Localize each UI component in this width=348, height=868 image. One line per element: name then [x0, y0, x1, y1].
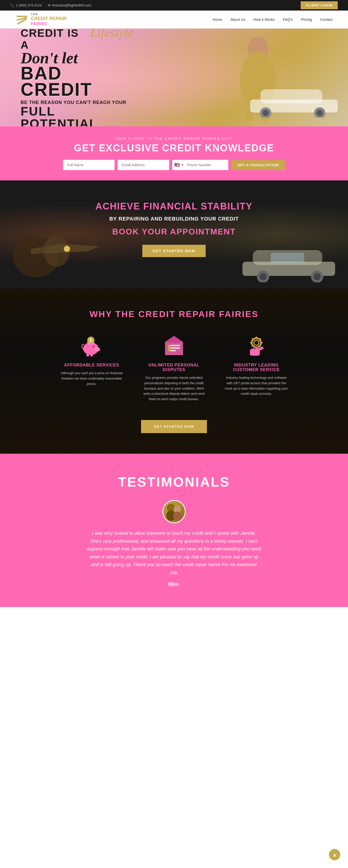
svg-rect-8	[260, 89, 322, 103]
svg-point-26	[95, 348, 100, 351]
hero-bad-credit: BAD CREDIT	[21, 65, 134, 98]
consultation-title: GET EXCLUSIVE CREDIT KNOWLEDGE	[5, 143, 343, 154]
stability-cta-button[interactable]: GET STARTED NOW	[143, 245, 205, 257]
consultation-subtitle: JOIN FLIGHT TO THE CREDIT REPAIR FAIRIES…	[5, 137, 343, 141]
phone-flag: 🇺🇸	[174, 162, 180, 168]
phone-input[interactable]	[185, 160, 226, 170]
consultation-button[interactable]: GET A CONSULTATION	[231, 160, 285, 170]
svg-rect-51	[260, 342, 262, 344]
stability-subtitle: BY REPAIRING AND REBUILDING YOUR CREDIT	[10, 216, 338, 222]
disputes-icon-wrapper	[162, 335, 186, 358]
svg-rect-0	[17, 16, 27, 17]
why-section: WHY THE CREDIT REPAIR FAIRIES	[0, 288, 348, 454]
nav-pricing[interactable]: Pricing	[301, 18, 312, 22]
svg-rect-34	[90, 353, 93, 356]
phone-number: 1 (800) 374-2124	[16, 3, 42, 7]
email-contact: ✉ firstclass@flightto800.com	[48, 3, 91, 7]
consultation-form: 🇺🇸 ▼ GET A CONSULTATION	[5, 160, 343, 170]
consultation-section: JOIN FLIGHT TO THE CREDIT REPAIR FAIRIES…	[0, 126, 348, 180]
hero-lifestyle: Lifestyle	[90, 29, 134, 40]
testimonial-text: I was very scared to allow someone to to…	[87, 529, 261, 577]
why-card-disputes: UNLIMITED PERSONALDISPUTES Our programs …	[140, 335, 208, 402]
hero-credit-is-a: CREDIT IS A	[21, 29, 87, 51]
nav-how-it-works[interactable]: How it Works	[254, 18, 275, 22]
svg-point-28	[98, 349, 99, 350]
svg-rect-45	[168, 345, 171, 351]
hero-car	[245, 82, 343, 119]
svg-marker-41	[164, 336, 184, 342]
hero-content: CREDIT IS A Lifestyle Don't let BAD CRED…	[0, 29, 154, 126]
email-address: firstclass@flightto800.com	[52, 3, 91, 7]
testimonials-section: TESTIMONIALS I was very scared to allow …	[0, 454, 348, 607]
customer-service-text: Industry leading technology and software…	[223, 375, 290, 397]
nav-home[interactable]: Home	[213, 18, 222, 22]
svg-rect-33	[87, 353, 89, 356]
piggy-bank-icon: $	[80, 335, 103, 358]
phone-contact: 📞 1 (800) 374-2124	[10, 3, 42, 7]
affordable-title: AFFORDABLE SERVICES	[58, 363, 125, 368]
avatar-svg	[163, 501, 185, 522]
stability-section: ACHIEVE FINANCIAL STABILITY BY REPAIRING…	[0, 180, 348, 288]
affordable-icon-wrapper: $	[80, 335, 103, 358]
testimonial-avatar	[162, 500, 186, 523]
phone-input-wrap: 🇺🇸 ▼	[172, 160, 228, 170]
svg-rect-48	[256, 337, 257, 339]
fullname-input[interactable]	[63, 160, 115, 170]
svg-point-32	[93, 346, 94, 347]
top-bar-contacts: 📞 1 (800) 374-2124 ✉ firstclass@flightto…	[10, 3, 91, 7]
nav-contact[interactable]: Contact	[320, 18, 333, 22]
customer-service-icon-wrapper	[245, 335, 268, 358]
customer-service-title: INDUSTRY LEADINGCUSTOMER SERVICE	[223, 363, 290, 372]
stability-cta: BOOK YOUR APPOINTMENT	[10, 227, 338, 237]
hero-section: CREDIT IS A Lifestyle Don't let BAD CRED…	[0, 29, 348, 126]
why-content: WHY THE CREDIT REPAIR FAIRIES	[21, 309, 327, 433]
testimonials-title: TESTIMONIALS	[10, 474, 338, 490]
logo-icon	[15, 13, 28, 26]
top-bar: 📞 1 (800) 374-2124 ✉ firstclass@flightto…	[0, 0, 348, 10]
svg-rect-50	[250, 342, 252, 344]
nav-links: Home About Us How it Works FAQ's Pricing…	[213, 17, 333, 22]
navbar: THE CREDIT REPAIR FAIRIES Home About Us …	[0, 10, 348, 29]
nav-about[interactable]: About Us	[230, 18, 245, 22]
affordable-text: Although you can't put a price on financ…	[58, 371, 125, 386]
stability-content: ACHIEVE FINANCIAL STABILITY BY REPAIRING…	[10, 201, 338, 257]
svg-text:$: $	[90, 338, 92, 342]
nav-faqs[interactable]: FAQ's	[283, 18, 293, 22]
why-cards: $ AFFORDABLE SERVICES Although you can't…	[21, 335, 327, 402]
hero-car-svg	[245, 82, 343, 118]
why-card-affordable: $ AFFORDABLE SERVICES Although you can't…	[58, 335, 125, 402]
svg-point-10	[262, 110, 269, 116]
why-card-customer-service: INDUSTRY LEADINGCUSTOMER SERVICE Industr…	[223, 335, 290, 402]
svg-point-23	[314, 273, 321, 280]
svg-point-31	[93, 346, 94, 347]
svg-point-21	[259, 273, 267, 280]
disputes-text: Our programs provide clients unlimited p…	[140, 375, 208, 402]
why-started-button[interactable]: GET STARTED NOW	[141, 420, 207, 433]
svg-point-47	[254, 340, 259, 345]
logo-text: THE CREDIT REPAIR FAIRIES	[31, 12, 67, 27]
stability-title: ACHIEVE FINANCIAL STABILITY	[10, 201, 338, 212]
email-input[interactable]	[118, 160, 169, 170]
disputes-title: UNLIMITED PERSONALDISPUTES	[140, 363, 208, 372]
email-icon: ✉	[48, 3, 51, 7]
svg-point-59	[173, 512, 182, 521]
svg-point-58	[174, 505, 181, 513]
svg-point-12	[317, 110, 323, 116]
phone-dropdown[interactable]: ▼	[181, 163, 184, 167]
gear-hand-icon	[245, 335, 268, 358]
testimonial-name: Mike~	[10, 582, 338, 586]
svg-rect-49	[256, 347, 257, 349]
dispute-icon	[162, 335, 186, 358]
hero-full-potential: FULL POTENTIAL	[21, 105, 134, 126]
client-login-button[interactable]: CLIENT LOGIN	[300, 1, 338, 9]
svg-point-27	[96, 349, 97, 350]
why-title: WHY THE CREDIT REPAIR FAIRIES	[21, 309, 327, 319]
logo: THE CREDIT REPAIR FAIRIES	[15, 12, 67, 27]
phone-icon: 📞	[10, 3, 14, 7]
